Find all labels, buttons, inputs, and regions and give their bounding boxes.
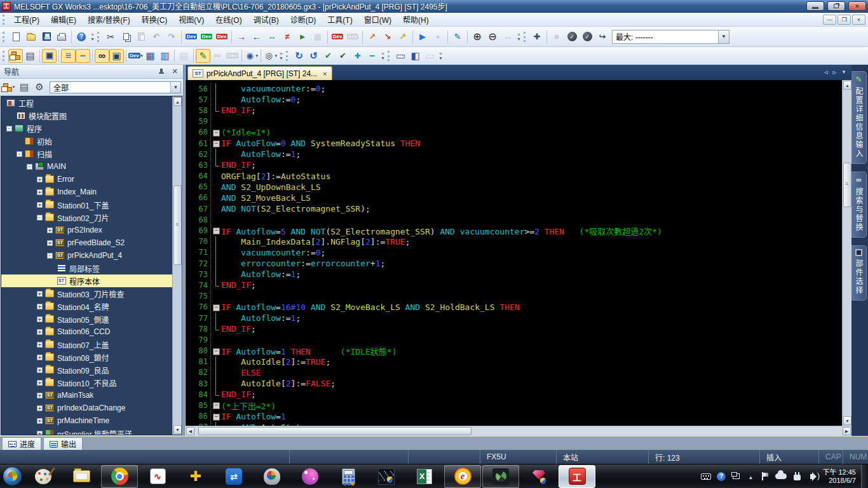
fold-collapse-icon[interactable] xyxy=(211,302,221,313)
tree-item[interactable]: -MAIN xyxy=(1,160,182,173)
code-line[interactable]: 77 Autoflow:=1; xyxy=(186,313,851,323)
tree-item[interactable]: +prS2Index xyxy=(1,224,182,236)
tree-collapse-icon[interactable]: - xyxy=(27,164,32,170)
unregister-device-button[interactable] xyxy=(365,49,379,63)
monitor-write-button[interactable] xyxy=(450,29,465,44)
toolbar-overflow-icon[interactable]: »▾ xyxy=(437,51,444,60)
code-line[interactable]: 67AND NOT(S2_Electromagnet_SSR); xyxy=(186,203,851,214)
st-code-editor[interactable]: 56 vacuumcounter:=0;57 Autoflow:=0;58END… xyxy=(186,80,851,426)
code-line[interactable]: 66AND S2_MoveBack_LS xyxy=(186,193,851,203)
toolbar-grip[interactable] xyxy=(524,32,527,42)
tree-expand-icon[interactable]: + xyxy=(37,418,43,424)
tree-item[interactable]: +Error xyxy=(1,173,182,186)
tree-item[interactable]: 程序本体 xyxy=(1,274,182,287)
tree-item[interactable]: -prPickAndPut_4 xyxy=(1,249,182,262)
tree-expand-icon[interactable]: + xyxy=(37,431,43,436)
machine-app-taskbar-button[interactable] xyxy=(368,465,405,488)
menu-item[interactable]: 工程(P) xyxy=(8,13,45,26)
pause-button[interactable] xyxy=(549,29,564,44)
tree-collapse-icon[interactable]: - xyxy=(17,151,22,157)
monitor-start-button[interactable] xyxy=(415,29,430,44)
menu-item[interactable]: 在线(O) xyxy=(210,13,247,26)
code-line[interactable]: 65AND S2_UpDownBack_LS xyxy=(186,182,851,193)
tree-item[interactable]: +Station06_CCD xyxy=(1,325,182,338)
code-line[interactable]: 76IF Autoflow=16#10 AND S2_MoveBack_LS A… xyxy=(186,302,851,313)
fold-collapse-icon[interactable] xyxy=(211,400,221,410)
tab-scroll-left-icon[interactable]: ◃ xyxy=(824,68,828,76)
tree-expand-icon[interactable]: + xyxy=(37,329,43,335)
convert-all-button[interactable] xyxy=(306,49,321,63)
speaker-icon[interactable] xyxy=(807,474,816,479)
tree-scrollbar[interactable]: ▲ ▼ xyxy=(172,97,182,435)
tree-expand-icon[interactable]: + xyxy=(47,240,53,246)
library-button[interactable] xyxy=(177,49,191,63)
monitor-stop-button[interactable] xyxy=(430,29,445,44)
cloud-icon[interactable] xyxy=(775,473,787,479)
inline-st-display-button[interactable] xyxy=(408,49,423,63)
fold-collapse-icon[interactable] xyxy=(211,225,221,236)
verify-with-plc-button[interactable] xyxy=(264,29,280,44)
tree-item[interactable]: +Station05_側邊 xyxy=(1,313,182,325)
show-hidden-icons-icon[interactable] xyxy=(746,471,755,481)
start-button[interactable] xyxy=(0,464,24,488)
tree-item[interactable]: +Station01_下盖 xyxy=(1,198,182,211)
code-line[interactable]: 69IF Autoflow=5 AND NOT(S2_Electromagnet… xyxy=(186,225,851,236)
structure-display-button[interactable] xyxy=(423,49,437,63)
tab-close-icon[interactable]: × xyxy=(323,70,327,78)
tree-expand-icon[interactable]: + xyxy=(37,380,43,386)
print-button[interactable] xyxy=(54,29,69,44)
step-run-button[interactable] xyxy=(595,29,610,44)
tree-filter-dropdown[interactable]: 全部 ▼ xyxy=(50,81,181,93)
menu-item[interactable]: 诊断(D) xyxy=(285,13,322,26)
vertical-scrollbar-thumb[interactable] xyxy=(843,163,851,207)
tree-collapse-icon[interactable]: - xyxy=(47,253,53,259)
tree-item[interactable]: +prSupplier 振動筒平送 xyxy=(1,427,182,435)
comment-display-button[interactable] xyxy=(393,49,408,63)
open-window-3-button[interactable] xyxy=(395,29,410,44)
undo-button[interactable] xyxy=(149,29,164,44)
check-program-button[interactable] xyxy=(564,29,580,44)
toolbar-grip[interactable] xyxy=(97,32,100,42)
code-line[interactable]: 75 xyxy=(186,291,851,302)
code-line[interactable]: 62 AutoFlow:=1; xyxy=(186,149,851,159)
settings-button[interactable]: ⚙ xyxy=(32,81,46,94)
code-line[interactable]: 68 xyxy=(186,214,851,225)
toolbar-grip[interactable] xyxy=(3,51,6,61)
help-button[interactable] xyxy=(74,29,89,44)
tree-item[interactable]: +aMainTsak xyxy=(1,389,182,402)
fold-collapse-icon[interactable] xyxy=(211,346,221,356)
device-find-button[interactable]: ▾ xyxy=(263,49,278,63)
convert-button[interactable] xyxy=(292,49,306,63)
file-explorer-taskbar-button[interactable] xyxy=(63,465,100,488)
dock-tab-output[interactable]: 输出 xyxy=(43,437,83,450)
help-icon[interactable] xyxy=(717,472,726,481)
tree-expand-icon[interactable]: + xyxy=(37,405,43,411)
check-parameter-button[interactable] xyxy=(580,29,595,44)
tree-expand-icon[interactable]: + xyxy=(37,202,43,208)
copy-button[interactable] xyxy=(118,29,133,44)
code-line[interactable]: 81 AutoIdle[2]:=TRUE; xyxy=(186,356,851,367)
tree-item[interactable]: 局部标签 xyxy=(1,262,182,274)
toolbar-overflow-icon[interactable]: »▾ xyxy=(89,32,96,41)
code-line[interactable]: 74END_IF; xyxy=(186,280,851,290)
tab-list-icon[interactable]: ▼ xyxy=(841,69,846,75)
fold-collapse-icon[interactable] xyxy=(211,411,221,422)
tree-item[interactable]: -Station02_刀片 xyxy=(1,211,182,224)
device-list-button[interactable] xyxy=(143,49,158,63)
redo-button[interactable] xyxy=(164,29,179,44)
find-window-button[interactable] xyxy=(109,49,124,63)
device-verify-button[interactable] xyxy=(214,29,229,44)
swirl-app-taskbar-button[interactable] xyxy=(482,465,519,488)
tree-expand-icon[interactable]: + xyxy=(37,177,43,182)
device-display-mode-button[interactable]: ▾ xyxy=(244,49,259,63)
io-check-button[interactable] xyxy=(210,49,225,63)
read-from-plc-button[interactable] xyxy=(249,29,264,44)
code-line[interactable]: 73 Autoflow:=1; xyxy=(186,269,851,280)
tree-item[interactable]: +Station07_上盖 xyxy=(1,338,182,351)
monitor-mode-button[interactable] xyxy=(295,29,310,44)
save-project-button[interactable] xyxy=(39,29,54,44)
code-line[interactable]: 64ORGFlag[2]:=AutoStatus xyxy=(186,171,851,182)
tree-item[interactable]: 模块配置图 xyxy=(1,109,182,122)
tree-collapse-icon[interactable]: - xyxy=(6,126,12,132)
code-line[interactable]: 79 xyxy=(186,334,851,345)
